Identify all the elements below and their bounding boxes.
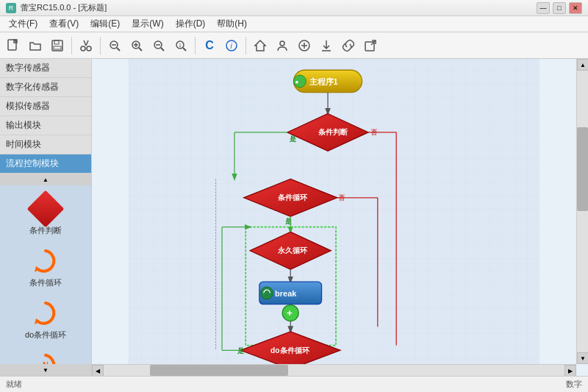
svg-text:i: i [231,42,233,50]
info-button[interactable]: i [221,35,242,56]
svg-line-19 [183,48,186,51]
save-button[interactable] [47,35,68,56]
status-bar: 就绪 数字 [0,376,588,392]
menu-file[interactable]: 文件(F) [3,16,43,32]
sidebar-item-condition[interactable]: 条件判断 [5,190,86,239]
menu-display[interactable]: 显示(W) [126,16,169,32]
svg-line-15 [161,48,164,51]
zoom-out-button[interactable] [104,35,125,56]
main-area: 数字传感器 数字化传感器 模拟传感器 输出模块 时间模块 流程控制模块 ▲ 条件… [0,59,588,376]
sidebar-item-flow[interactable]: 流程控制模块 [0,154,91,174]
svg-text:条件判断: 条件判断 [318,128,348,136]
window-controls[interactable]: — □ ✕ [537,2,582,14]
toolbar: 1 C i [0,32,588,59]
sidebar-scroll: 条件判断 条件循环 [0,185,91,364]
scroll-thumb-v[interactable] [577,127,588,212]
new-button[interactable] [3,35,24,56]
sidebar-item-output[interactable]: 输出模块 [0,116,91,135]
toolbar-sep-4 [245,37,246,54]
toolbar-sep-1 [71,37,72,54]
sidebar-top: 数字传感器 数字化传感器 模拟传感器 输出模块 时间模块 流程控制模块 [0,59,91,174]
svg-point-5 [81,46,85,51]
doloop-label: do条件循环 [25,329,66,341]
condloop-label: 条件循环 [29,277,62,288]
title-bar: R 蕾宝RC15.0.0 - [无标题] — □ ✕ [0,0,588,16]
svg-point-22 [280,41,284,46]
multiloop-icon: N [31,351,60,364]
zoom-in-button[interactable] [126,35,147,56]
svg-text:do条件循环: do条件循环 [270,346,309,354]
scroll-thumb-h[interactable] [150,365,288,376]
maximize-button[interactable]: □ [553,2,566,14]
menu-view[interactable]: 查看(V) [43,16,85,32]
svg-line-13 [139,48,142,51]
doloop-icon [31,299,60,328]
title-text: 蕾宝RC15.0.0 - [无标题] [21,2,107,13]
menu-help[interactable]: 帮助(H) [211,16,253,32]
sidebar-icon-list: 条件判断 条件循环 [0,185,91,364]
export-button[interactable] [360,35,381,56]
sidebar-item-time[interactable]: 时间模块 [0,135,91,154]
sidebar-item-doloop[interactable]: do条件循环 [5,294,86,343]
open-button[interactable] [25,35,46,56]
scroll-track-h[interactable] [104,365,564,376]
vertical-scrollbar[interactable]: ▲ ▼ [576,59,588,364]
svg-line-28 [371,40,376,45]
scroll-up-arrow[interactable]: ▲ [577,59,588,71]
scroll-down-button[interactable]: ▼ [0,364,91,376]
svg-text:条件循环: 条件循环 [278,193,308,202]
sidebar: 数字传感器 数字化传感器 模拟传感器 输出模块 时间模块 流程控制模块 ▲ 条件… [0,59,92,376]
flowchart: ● 主程序1 条件判断 是 否 条件循 [92,59,576,364]
sidebar-item-analog-sensor[interactable]: 模拟传感器 [0,97,91,116]
scroll-left-arrow[interactable]: ◀ [92,365,104,376]
condloop-icon [31,246,60,276]
svg-point-62 [261,287,273,299]
home-button[interactable] [250,35,270,56]
svg-text:1: 1 [179,43,182,48]
svg-text:是: 是 [290,135,296,143]
canvas-area: ● 主程序1 条件判断 是 否 条件循 [92,59,588,376]
toolbar-sep-3 [195,37,196,54]
scroll-down-arrow[interactable]: ▼ [577,352,588,364]
flowchart-svg: ● 主程序1 条件判断 是 否 条件循 [92,59,576,364]
condition-icon [31,194,60,224]
scroll-track-v[interactable] [577,71,588,352]
svg-text:是: 是 [285,218,292,225]
title-bar-left: R 蕾宝RC15.0.0 - [无标题] [6,2,107,13]
svg-point-6 [87,46,91,51]
sidebar-item-digital-sensor[interactable]: 数字传感器 [0,59,91,78]
toolbar-sep-2 [100,37,101,54]
menu-operate[interactable]: 操作(D) [170,16,212,32]
link-button[interactable] [338,35,359,56]
person-button[interactable] [272,35,293,56]
horizontal-scrollbar[interactable]: ◀ ▶ [92,364,576,376]
refresh-button[interactable]: C [199,35,220,56]
svg-text:+: + [287,307,293,318]
close-button[interactable]: ✕ [569,2,582,14]
status-right: 数字 [566,379,582,390]
sidebar-item-multiloop[interactable]: N 多次循环 [5,346,86,364]
scroll-up-button[interactable]: ▲ [0,174,91,185]
scroll-right-arrow[interactable]: ▶ [564,365,576,376]
sidebar-item-condloop[interactable]: 条件循环 [5,242,86,291]
svg-text:break: break [275,289,297,298]
svg-line-9 [117,48,120,51]
zoom-fit-button[interactable] [148,35,169,56]
svg-rect-36 [129,59,539,364]
svg-text:永久循环: 永久循环 [277,246,308,254]
status-left: 就绪 [6,379,22,390]
zoom-actual-button[interactable]: 1 [171,35,191,56]
sidebar-item-digital-sensor2[interactable]: 数字化传感器 [0,78,91,97]
svg-text:●: ● [295,78,298,85]
cut-button[interactable] [76,35,96,56]
add-button[interactable] [294,35,315,56]
download-button[interactable] [316,35,337,56]
menu-bar: 文件(F) 查看(V) 编辑(E) 显示(W) 操作(D) 帮助(H) [0,16,588,32]
minimize-button[interactable]: — [537,2,550,14]
menu-edit[interactable]: 编辑(E) [85,16,126,32]
svg-text:主程序1: 主程序1 [309,77,338,86]
svg-text:N: N [43,360,49,364]
svg-rect-4 [54,46,61,49]
app-icon: R [6,3,16,13]
